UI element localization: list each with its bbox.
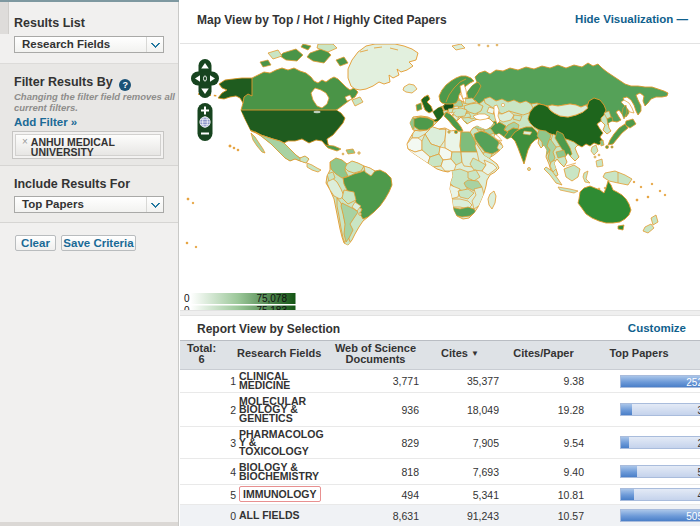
svg-text:0: 0 <box>184 293 190 304</box>
svg-text:75,078: 75,078 <box>256 293 287 304</box>
